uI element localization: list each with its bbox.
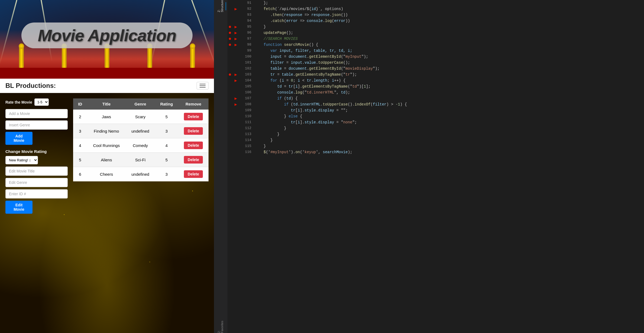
code-token: ( — [282, 12, 284, 18]
rope-post-5 — [190, 46, 195, 68]
code-token: . — [293, 72, 295, 78]
cell-genre: Scary — [126, 110, 155, 124]
code-token: (' — [266, 149, 271, 155]
code-token: ( — [332, 18, 334, 24]
breakpoint-cell — [227, 66, 233, 72]
edit-title-input[interactable] — [5, 166, 68, 176]
new-rating-select[interactable]: New Rating! ↕ — [5, 156, 38, 164]
code-token: , options) — [320, 6, 343, 12]
arrow-cell: ▶ — [233, 72, 238, 78]
breakpoint-dot — [229, 44, 231, 46]
code-line: } else { — [255, 113, 644, 119]
code-line: if (td) { — [255, 95, 644, 101]
code-token: ]. — [300, 107, 305, 113]
cell-id: 3 — [73, 124, 87, 138]
code-token: i — [332, 78, 334, 84]
activity-favorites[interactable]: 2: Favorites — [215, 323, 226, 331]
code-token — [257, 107, 291, 113]
arrow-cell: ▶ — [233, 36, 238, 42]
line-number: 95 — [238, 24, 255, 30]
arrow-cell: ▶ — [233, 95, 238, 101]
code-token: ( — [282, 95, 286, 101]
code-token: . — [307, 66, 309, 72]
breakpoint-cell — [227, 125, 233, 131]
line-number: 113 — [238, 131, 255, 137]
code-line: table = document.getElementById("movieDi… — [255, 66, 644, 72]
code-token: tr — [291, 107, 295, 113]
code-token: value — [304, 60, 316, 66]
enter-id-input[interactable] — [5, 189, 68, 198]
rope-post-1 — [19, 46, 24, 68]
edit-movie-button[interactable]: Edit Movie — [5, 201, 32, 214]
cell-title: Aliens — [87, 153, 126, 167]
activity-structure[interactable]: Z: Structure — [215, 2, 226, 10]
breakpoint-dot — [229, 73, 231, 76]
insert-genre-input[interactable] — [5, 120, 68, 130]
code-token: then — [273, 12, 282, 18]
code-token: } — [257, 131, 279, 137]
delete-button[interactable]: Delete — [184, 156, 203, 164]
code-token: = — [282, 54, 288, 60]
code-token — [257, 84, 277, 89]
delete-button[interactable]: Delete — [184, 127, 203, 135]
code-token: => — [302, 12, 311, 18]
rating-select[interactable]: 1-5 — [34, 98, 49, 106]
hamburger-button[interactable] — [197, 82, 209, 89]
cell-remove: Delete — [178, 124, 209, 138]
arrow-cell: ▶ — [233, 24, 238, 30]
arrow-cell — [233, 125, 238, 131]
code-token: ( — [289, 101, 293, 107]
code-token: = — [282, 66, 288, 72]
code-token: //SEARCH MOVIES — [257, 36, 298, 42]
cell-remove: Delete — [178, 110, 209, 124]
add-movie-input[interactable] — [5, 109, 68, 118]
col-genre: Genre — [126, 98, 155, 110]
cell-title: Cheers — [87, 167, 126, 181]
content-area: Rate the Movie 1-5 Add Movie Change Movi… — [0, 93, 214, 333]
code-line: } — [255, 24, 644, 30]
line-number: 115 — [238, 143, 255, 149]
line-number: 107 — [238, 95, 255, 101]
line-number: 109 — [238, 107, 255, 113]
code-token: . — [302, 60, 304, 66]
delete-button[interactable]: Delete — [184, 170, 203, 178]
code-token: (). — [348, 101, 354, 107]
add-movie-button[interactable]: Add Movie — [5, 132, 32, 145]
line-number: 111 — [238, 119, 255, 125]
rope-post-2 — [62, 46, 67, 68]
cell-title: Cool Runnings — [87, 138, 126, 153]
line-number: 105 — [238, 84, 255, 89]
delete-button[interactable]: Delete — [184, 142, 203, 149]
breakpoint-dot — [229, 26, 231, 28]
rope-posts — [0, 46, 214, 68]
line-number: 94 — [238, 18, 255, 24]
arrow-cell — [233, 0, 238, 6]
code-line: tr[i].style.display = "none"; — [255, 119, 644, 125]
code-line: .then(response => response.json()) — [255, 12, 644, 18]
code-token: ++) { — [334, 78, 346, 84]
code-token: . — [330, 12, 332, 18]
code-token: td — [352, 84, 357, 89]
code-token: } — [257, 125, 286, 131]
code-token: for — [270, 78, 277, 84]
code-token: } — [257, 24, 266, 30]
breakpoint-cell — [227, 149, 233, 155]
code-token: keyup — [305, 149, 316, 155]
line-number: 101 — [238, 60, 255, 66]
code-token: i — [298, 78, 300, 84]
right-panel: Z: Structure 2: Favorites ▶▶▶▶▶▶▶▶▶ 9192… — [214, 0, 644, 333]
arrow-cell — [233, 119, 238, 125]
app-title-container: Movie Application — [21, 23, 192, 48]
code-token: id — [311, 6, 316, 12]
code-token: tr — [291, 119, 295, 125]
code-token: (`/api/movies/ — [275, 6, 307, 12]
delete-button[interactable]: Delete — [184, 113, 203, 120]
code-token: ( — [277, 78, 282, 84]
arrow-cell — [233, 137, 238, 143]
edit-genre-input[interactable] — [5, 178, 68, 187]
code-token: getElementById — [309, 66, 341, 72]
code-token: toUpperCase — [318, 60, 343, 66]
code-token: updatePage — [264, 30, 286, 36]
code-token: ]; — [366, 84, 370, 89]
breakpoint-dot — [229, 32, 231, 34]
